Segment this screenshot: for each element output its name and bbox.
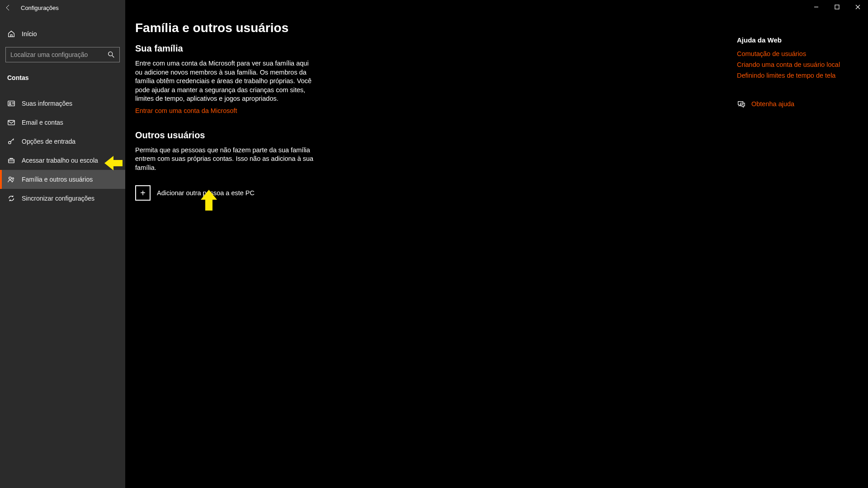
svg-point-2 [9, 102, 11, 104]
help-title: Ajuda da Web [737, 36, 850, 44]
sidebar-item-label: Acessar trabalho ou escola [22, 157, 98, 164]
close-button[interactable] [847, 0, 868, 14]
sidebar-item-family-users[interactable]: Família e outros usuários [0, 170, 125, 189]
sidebar-item-label: Família e outros usuários [22, 176, 93, 183]
person-card-icon [7, 99, 15, 108]
add-person-button[interactable]: + Adicionar outra pessoa a este PC [135, 185, 452, 201]
help-link-switch-users[interactable]: Comutação de usuários [737, 50, 850, 57]
help-link-create-local-account[interactable]: Criando uma conta de usuário local [737, 61, 850, 68]
main-content: Família e outros usuários Sua família En… [135, 21, 452, 488]
sidebar-group-title: Contas [0, 74, 125, 81]
svg-rect-8 [835, 5, 839, 9]
sidebar-item-label: Opções de entrada [22, 138, 75, 145]
sidebar-header: Configurações [0, 0, 125, 15]
help-column: Ajuda da Web Comutação de usuários Crian… [737, 36, 850, 108]
sidebar-item-email-accounts[interactable]: Email e contas [0, 113, 125, 132]
window-controls [806, 0, 868, 14]
sidebar-item-label: Suas informações [22, 100, 72, 107]
sidebar: Configurações Início Contas Suas informa… [0, 0, 125, 488]
sidebar-item-your-info[interactable]: Suas informações [0, 94, 125, 113]
search-input[interactable] [5, 47, 120, 62]
svg-marker-10 [201, 190, 217, 211]
maximize-button[interactable] [826, 0, 847, 14]
mail-icon [7, 118, 15, 127]
key-icon [7, 137, 15, 145]
family-heading: Sua família [135, 43, 452, 54]
back-arrow-icon[interactable] [5, 4, 12, 11]
get-help-label: Obtenha ajuda [751, 100, 794, 108]
sidebar-items: Suas informações Email e contas Opções d… [0, 94, 125, 208]
others-heading: Outros usuários [135, 130, 452, 141]
home-icon [7, 30, 15, 38]
help-link-screen-time[interactable]: Definindo limites de tempo de tela [737, 72, 850, 79]
chat-help-icon [737, 100, 745, 108]
svg-point-7 [12, 178, 14, 179]
sidebar-home[interactable]: Início [0, 24, 125, 43]
window-title: Configurações [21, 5, 59, 11]
sidebar-item-signin-options[interactable]: Opções de entrada [0, 132, 125, 151]
sidebar-item-sync[interactable]: Sincronizar configurações [0, 189, 125, 208]
briefcase-icon [7, 156, 15, 164]
sidebar-home-label: Início [22, 30, 37, 38]
main-panel: Família e outros usuários Sua família En… [125, 0, 868, 488]
sidebar-search-wrap [0, 47, 125, 62]
signin-microsoft-link[interactable]: Entrar com uma conta da Microsoft [135, 107, 237, 114]
svg-marker-9 [104, 156, 123, 170]
sync-icon [7, 194, 15, 202]
page-title: Família e outros usuários [135, 21, 452, 35]
svg-rect-3 [8, 121, 14, 125]
sidebar-item-label: Sincronizar configurações [22, 195, 94, 202]
others-body: Permita que as pessoas que não fazem par… [135, 146, 316, 173]
annotation-arrow-up [201, 190, 217, 211]
people-icon [7, 175, 15, 183]
family-body: Entre com uma conta da Microsoft para ve… [135, 59, 316, 103]
get-help-link[interactable]: Obtenha ajuda [737, 100, 850, 108]
minimize-button[interactable] [806, 0, 826, 14]
plus-icon: + [135, 185, 151, 201]
sidebar-item-label: Email e contas [22, 119, 63, 126]
annotation-arrow-left [104, 156, 123, 170]
svg-point-6 [9, 177, 11, 179]
